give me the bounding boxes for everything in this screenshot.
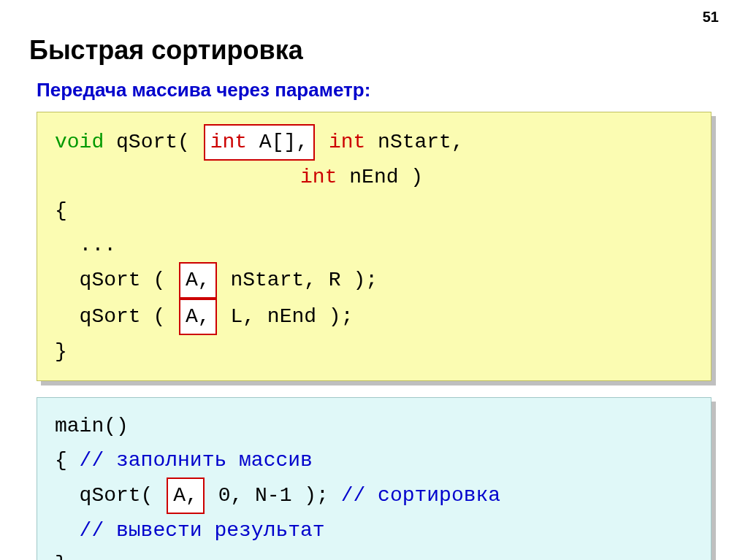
highlight-arg: A, bbox=[179, 299, 217, 335]
code-block-1-wrapper: void qSort( int A[], int nStart, int nEn… bbox=[37, 112, 711, 381]
highlight-param: int A[], bbox=[204, 124, 315, 161]
code-text: nStart, bbox=[365, 131, 463, 153]
slide-subtitle: Передача массива через параметр: bbox=[37, 79, 719, 101]
code-line: { bbox=[55, 194, 693, 228]
code-line: main() bbox=[55, 410, 693, 443]
comment: // заполнить массив bbox=[80, 449, 313, 472]
keyword-void: void bbox=[55, 131, 104, 153]
highlight-arg: A, bbox=[167, 477, 205, 514]
code-text: nStart, R ); bbox=[218, 269, 378, 291]
keyword-int: int bbox=[210, 131, 247, 153]
comment: // сортировка bbox=[341, 484, 500, 507]
code-line: } bbox=[55, 548, 693, 560]
code-text: qSort( bbox=[104, 131, 202, 153]
keyword-int: int bbox=[316, 131, 365, 153]
code-line: ... bbox=[55, 229, 693, 262]
code-block-2-wrapper: main() { // заполнить массив qSort( A, 0… bbox=[37, 397, 711, 560]
code-line: qSort( A, 0, N-1 ); // сортировка bbox=[55, 477, 693, 514]
code-text bbox=[55, 166, 300, 188]
page-number: 51 bbox=[703, 9, 719, 26]
code-text: { bbox=[55, 449, 80, 472]
code-text: qSort ( bbox=[55, 305, 178, 328]
code-text: A[], bbox=[247, 131, 308, 153]
keyword-int: int bbox=[300, 166, 337, 188]
code-block-2: main() { // заполнить массив qSort( A, 0… bbox=[37, 397, 711, 560]
code-line: void qSort( int A[], int nStart, bbox=[55, 124, 693, 161]
code-text: 0, N-1 ); bbox=[206, 484, 341, 507]
code-line: int nEnd ) bbox=[55, 161, 693, 194]
code-text: nEnd ) bbox=[337, 166, 423, 188]
code-line: qSort ( A, L, nEnd ); bbox=[55, 299, 693, 335]
slide-title: Быстрая сортировка bbox=[29, 35, 719, 66]
comment: // вывести результат bbox=[55, 514, 693, 548]
highlight-arg: A, bbox=[179, 262, 217, 299]
code-text: qSort ( bbox=[55, 269, 178, 291]
code-text: qSort( bbox=[55, 484, 165, 507]
code-line: } bbox=[55, 335, 693, 369]
code-text: L, nEnd ); bbox=[218, 305, 354, 328]
code-block-1: void qSort( int A[], int nStart, int nEn… bbox=[37, 112, 711, 381]
code-line: qSort ( A, nStart, R ); bbox=[55, 262, 693, 299]
code-line: { // заполнить массив bbox=[55, 444, 693, 477]
